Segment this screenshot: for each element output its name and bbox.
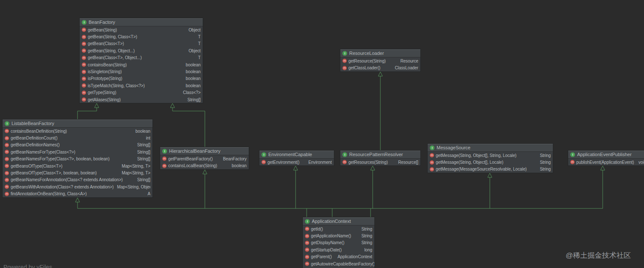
method-row[interactable]: mgetBeanNamesForAnnotation(Class<? exten… (3, 177, 152, 183)
class-title: BeanFactory (89, 20, 201, 25)
method-return-type: T (145, 55, 201, 60)
method-icon: m (342, 160, 347, 164)
interface-icon: I (305, 219, 310, 224)
method-signature: getBeanNamesForType(Class<?>, boolean, b… (11, 157, 109, 161)
method-row[interactable]: mgetBean(Class<T>, Object...)T (80, 54, 203, 61)
class-title: ListableBeanFactory (12, 121, 150, 126)
method-icon: m (82, 97, 86, 102)
method-icon: m (82, 91, 86, 95)
method-row[interactable]: mcontainsBean(String)boolean (80, 61, 203, 68)
interface-icon: I (5, 121, 9, 126)
method-row[interactable]: mgetAliases(String)String[] (80, 96, 203, 103)
method-icon: m (5, 171, 9, 175)
method-row[interactable]: mgetResource(String)Resource (340, 57, 420, 64)
method-row[interactable]: mgetAutowireCapableBeanFactory() (303, 260, 374, 267)
class-node-listablebeanfactory[interactable]: I ListableBeanFactory mcontainsBeanDefin… (2, 119, 153, 198)
method-icon: m (5, 164, 9, 168)
method-row[interactable]: mgetBeanDefinitionCount()int (3, 134, 152, 141)
method-icon: m (5, 129, 9, 133)
method-row[interactable]: mgetBeansWithAnnotation(Class<? extends … (3, 183, 152, 190)
method-row[interactable]: mgetId()String (303, 225, 374, 232)
method-row[interactable]: mgetDisplayName()String (303, 239, 374, 246)
class-node-resourcepatternresolver[interactable]: I ResourcePatternResolver mgetResources(… (340, 150, 421, 166)
method-icon: m (5, 143, 9, 147)
method-row[interactable]: mfindAnnotationOnBean(String, Class<A>)A (3, 191, 152, 197)
interface-icon: I (342, 152, 347, 157)
method-signature: getBeanNamesForAnnotation(Class<? extend… (11, 177, 123, 182)
method-list: mgetParentBeanFactory()BeanFactorymconta… (160, 155, 249, 169)
method-row[interactable]: mgetParent()ApplicationContext (303, 254, 374, 260)
method-row[interactable]: mgetBeanNamesForType(Class<?>)String[] (3, 148, 152, 155)
method-return-type: String (520, 153, 551, 158)
class-header: I EnvironmentCapable (259, 151, 334, 159)
method-signature: getEnvironment() (267, 160, 299, 165)
watermark: @稀土掘金技术社区 (566, 251, 631, 260)
class-title: HierarchicalBeanFactory (169, 148, 247, 154)
method-row[interactable]: mgetBeansOfType(Class<T>, boolean, boole… (3, 169, 152, 176)
class-node-messagesource[interactable]: I MessageSource mgetMessage(String, Obje… (427, 143, 553, 173)
method-row[interactable]: mgetMessage(String, Object[], String, Lo… (428, 152, 553, 159)
method-row[interactable]: mpublishEvent(ApplicationEvent)void (568, 159, 644, 165)
class-title: ResourceLoader (349, 51, 418, 56)
method-icon: m (262, 160, 266, 164)
method-signature: containsBeanDefinition(String) (11, 129, 67, 134)
class-node-environmentcapable[interactable]: I EnvironmentCapable mgetEnvironment()En… (259, 150, 334, 166)
method-row[interactable]: mgetEnvironment()Environment (259, 159, 334, 165)
class-header: I ResourcePatternResolver (340, 151, 420, 159)
method-icon: m (5, 157, 9, 161)
method-row[interactable]: mgetStartupDate()long (303, 246, 374, 253)
class-header: I ApplicationEventPublisher (568, 151, 644, 159)
method-row[interactable]: mgetBean(String, Class<T>)T (80, 33, 203, 40)
method-return-type: Class<?> (120, 90, 201, 95)
method-row[interactable]: mgetResources(String)Resource[] (340, 159, 420, 165)
method-row[interactable]: mcontainsBeanDefinition(String)boolean (3, 128, 152, 134)
method-icon: m (82, 77, 86, 81)
method-icon: m (82, 48, 86, 53)
method-signature: getParent() (311, 254, 332, 259)
method-signature: getParentBeanFactory() (168, 157, 213, 161)
method-signature: getType(String) (88, 90, 116, 95)
method-row[interactable]: mgetApplicationName()String (303, 232, 374, 239)
method-row[interactable]: mgetBean(Class<T>)T (80, 40, 203, 47)
method-signature: getResource(String) (348, 59, 386, 63)
method-row[interactable]: mgetBeanNamesForType(Class<?>, boolean, … (3, 156, 152, 163)
method-icon: m (162, 164, 167, 168)
method-row[interactable]: misTypeMatch(String, Class<?>)boolean (80, 82, 203, 89)
class-node-applicationeventpublisher[interactable]: I ApplicationEventPublisher mpublishEven… (568, 150, 644, 166)
method-return-type: long (345, 248, 372, 252)
method-return-type: ClassLoader (384, 66, 418, 70)
interface-icon: I (82, 20, 86, 25)
method-return-type: Object (138, 48, 201, 53)
method-signature: getBeanNamesForType(Class<?>) (11, 150, 75, 154)
method-row[interactable]: mgetBeanDefinitionNames()String[] (3, 142, 152, 148)
method-row[interactable]: mgetBean(String)Object (80, 26, 203, 33)
method-icon: m (5, 185, 9, 189)
method-row[interactable]: misSingleton(String)boolean (80, 68, 203, 75)
method-row[interactable]: misPrototype(String)boolean (80, 75, 203, 82)
method-signature: getDisplayName() (311, 240, 344, 245)
method-return-type: String[] (113, 157, 150, 161)
class-title: MessageSource (437, 145, 551, 150)
method-icon: m (342, 59, 347, 63)
method-return-type: String[] (126, 177, 150, 182)
class-node-applicationcontext[interactable]: I ApplicationContext mgetId()StringmgetA… (302, 217, 375, 268)
method-signature: getBean(String) (88, 28, 117, 32)
method-row[interactable]: mgetType(String)Class<?> (80, 89, 203, 96)
method-row[interactable]: mgetParentBeanFactory()BeanFactory (160, 155, 249, 162)
class-title: ApplicationEventPublisher (577, 152, 644, 157)
method-row[interactable]: mcontainsLocalBean(String)boolean (160, 162, 249, 169)
method-row[interactable]: mgetBeansOfType(Class<T>)Map<String, T> (3, 163, 152, 169)
diagram-canvas[interactable]: I BeanFactory mgetBean(String)Objectmget… (0, 0, 644, 268)
class-node-beanfactory[interactable]: I BeanFactory mgetBean(String)Objectmget… (79, 18, 203, 103)
method-icon: m (162, 157, 167, 161)
method-signature: getBeansOfType(Class<T>) (11, 164, 63, 168)
class-node-hierarchicalbeanfactory[interactable]: I HierarchicalBeanFactory mgetParentBean… (160, 147, 249, 170)
method-row[interactable]: mgetBean(String, Object...)Object (80, 47, 203, 54)
method-return-type: String (507, 160, 551, 165)
method-row[interactable]: mgetMessage(MessageSourceResolvable, Loc… (428, 166, 553, 173)
method-signature: getBean(String, Class<T>) (88, 34, 137, 39)
method-row[interactable]: mgetMessage(String, Object[], Locale)Str… (428, 159, 553, 165)
class-node-resourceloader[interactable]: I ResourceLoader mgetResource(String)Res… (340, 49, 421, 72)
method-icon: m (5, 136, 9, 140)
method-row[interactable]: mgetClassLoader()ClassLoader (340, 64, 420, 71)
